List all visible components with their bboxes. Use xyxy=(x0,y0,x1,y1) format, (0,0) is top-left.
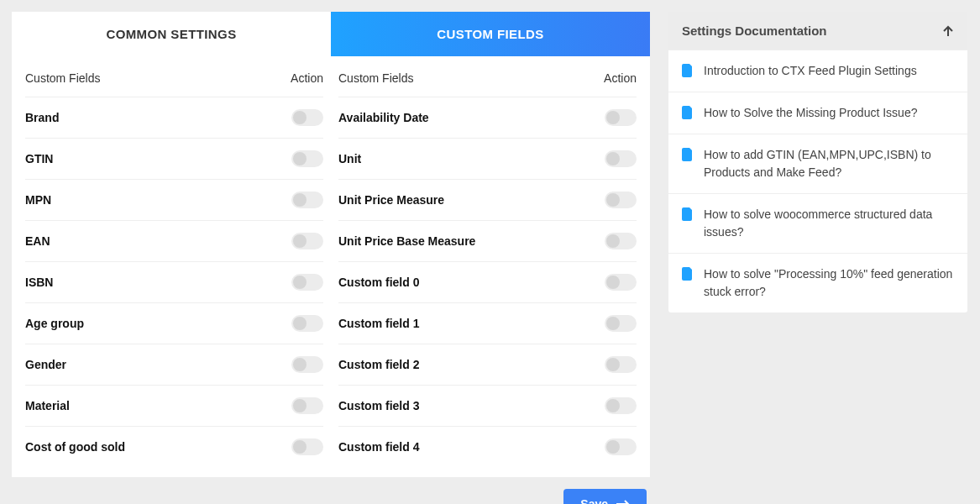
toggle-unit-price-base-measure[interactable] xyxy=(605,233,637,249)
field-row: Custom field 4 xyxy=(338,427,637,467)
field-row: Custom field 0 xyxy=(338,262,637,303)
field-label: EAN xyxy=(25,234,50,248)
doc-link[interactable]: How to solve woocommerce structured data… xyxy=(668,193,967,253)
doc-link[interactable]: How to Solve the Missing Product Issue? xyxy=(668,92,967,134)
docs-title: Settings Documentation xyxy=(682,24,827,38)
field-row: MPN xyxy=(25,180,323,221)
field-row: Cost of good sold xyxy=(25,427,323,467)
toggle-availability-date[interactable] xyxy=(605,109,637,126)
doc-link-text: How to solve woocommerce structured data… xyxy=(704,206,954,241)
toggle-brand[interactable] xyxy=(291,109,323,126)
toggle-age-group[interactable] xyxy=(291,315,323,332)
save-button[interactable]: Save xyxy=(563,489,647,504)
save-button-label: Save xyxy=(580,497,608,504)
field-label: Custom field 0 xyxy=(338,276,419,289)
toggle-cost-of-good-sold[interactable] xyxy=(291,438,323,455)
header-custom-fields: Custom Fields xyxy=(25,71,100,85)
field-label: Unit Price Base Measure xyxy=(338,234,475,248)
doc-link-text: How to Solve the Missing Product Issue? xyxy=(704,104,917,122)
field-row: Gender xyxy=(25,344,323,386)
field-row: Material xyxy=(25,386,323,427)
field-label: Gender xyxy=(25,358,66,371)
collapse-up-icon[interactable] xyxy=(942,25,954,37)
toggle-mpn[interactable] xyxy=(291,192,323,208)
field-row: Custom field 2 xyxy=(338,344,637,386)
field-row: Age group xyxy=(25,303,323,344)
document-icon xyxy=(682,267,694,281)
field-label: Cost of good sold xyxy=(25,440,125,454)
field-label: Age group xyxy=(25,317,84,330)
toggle-gender[interactable] xyxy=(291,356,323,373)
doc-link-text: Introduction to CTX Feed Plugin Settings xyxy=(704,62,917,80)
field-label: Custom field 3 xyxy=(338,399,419,412)
field-label: GTIN xyxy=(25,152,53,165)
table-header-right: Custom Fields Action xyxy=(338,56,637,97)
field-label: Availability Date xyxy=(338,111,429,124)
tab-custom-fields[interactable]: CUSTOM FIELDS xyxy=(331,12,650,56)
toggle-custom-field-4[interactable] xyxy=(605,438,637,455)
field-label: Custom field 2 xyxy=(338,358,419,371)
field-label: Unit xyxy=(338,152,361,165)
doc-link[interactable]: How to solve "Processing 10%" feed gener… xyxy=(668,253,967,312)
field-label: Unit Price Measure xyxy=(338,193,444,207)
toggle-unit[interactable] xyxy=(605,150,637,167)
toggle-isbn[interactable] xyxy=(291,274,323,291)
toggle-custom-field-2[interactable] xyxy=(605,356,637,373)
field-row: Unit Price Measure xyxy=(338,180,637,221)
toggle-unit-price-measure[interactable] xyxy=(605,192,637,208)
header-action: Action xyxy=(291,71,323,85)
doc-link-text: How to add GTIN (EAN,MPN,UPC,ISBN) to Pr… xyxy=(704,146,954,181)
toggle-custom-field-3[interactable] xyxy=(605,397,637,414)
toggle-ean[interactable] xyxy=(291,233,323,249)
field-label: Brand xyxy=(25,111,59,124)
field-row: GTIN xyxy=(25,139,323,180)
document-icon xyxy=(682,148,694,161)
field-label: MPN xyxy=(25,193,51,207)
field-row: Brand xyxy=(25,97,323,139)
toggle-custom-field-1[interactable] xyxy=(605,315,637,332)
header-custom-fields: Custom Fields xyxy=(338,71,413,85)
header-action: Action xyxy=(604,71,637,85)
doc-link-text: How to solve "Processing 10%" feed gener… xyxy=(704,265,954,301)
field-row: Custom field 3 xyxy=(338,386,637,427)
field-row: Unit xyxy=(338,139,637,180)
field-row: EAN xyxy=(25,221,323,262)
document-icon xyxy=(682,106,694,119)
document-icon xyxy=(682,64,694,77)
field-row: Availability Date xyxy=(338,97,637,139)
tab-common-settings[interactable]: COMMON SETTINGS xyxy=(12,12,331,56)
doc-link[interactable]: Introduction to CTX Feed Plugin Settings xyxy=(668,50,967,92)
toggle-material[interactable] xyxy=(291,397,323,414)
doc-link[interactable]: How to add GTIN (EAN,MPN,UPC,ISBN) to Pr… xyxy=(668,134,967,193)
docs-header: Settings Documentation xyxy=(668,12,967,50)
document-icon xyxy=(682,207,694,221)
toggle-custom-field-0[interactable] xyxy=(605,274,637,291)
toggle-gtin[interactable] xyxy=(291,150,323,167)
field-label: ISBN xyxy=(25,276,53,289)
arrow-right-icon xyxy=(616,500,630,504)
field-label: Custom field 4 xyxy=(338,440,419,454)
field-label: Material xyxy=(25,399,70,412)
field-label: Custom field 1 xyxy=(338,317,419,330)
table-header-left: Custom Fields Action xyxy=(25,56,323,97)
custom-fields-panel: Custom Fields Action Brand GTIN MPN xyxy=(12,56,650,477)
field-row: Custom field 1 xyxy=(338,303,637,344)
field-row: Unit Price Base Measure xyxy=(338,221,637,262)
field-row: ISBN xyxy=(25,262,323,303)
